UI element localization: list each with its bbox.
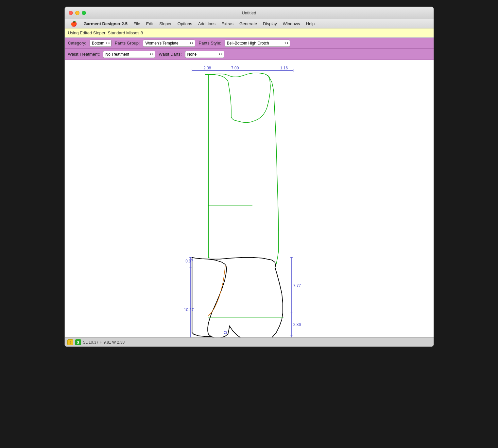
waist-treatment-select-wrapper: No Treatment bbox=[103, 51, 155, 58]
category-select[interactable]: Bottom bbox=[90, 40, 112, 47]
pants-style-label: Pants Style: bbox=[198, 41, 221, 45]
menu-sloper[interactable]: Sloper bbox=[157, 21, 174, 27]
svg-text:7.77: 7.77 bbox=[293, 283, 301, 288]
waist-treatment-select[interactable]: No Treatment bbox=[103, 51, 155, 58]
canvas-area[interactable]: 2.38 7.00 1.16 bbox=[65, 60, 434, 337]
menu-extras[interactable]: Extras bbox=[219, 21, 236, 27]
pants-group-label: Pants Group: bbox=[115, 41, 140, 45]
menu-app-name[interactable]: Garment Designer 2.5 bbox=[81, 21, 130, 27]
pants-style-select[interactable]: Bell-Bottom High Crotch bbox=[225, 40, 290, 47]
controls-row-1: Category: Bottom Pants Group: Women's Te… bbox=[65, 38, 434, 49]
menu-file[interactable]: File bbox=[131, 21, 143, 27]
menu-help[interactable]: Help bbox=[303, 21, 318, 27]
svg-text:2.86: 2.86 bbox=[293, 322, 301, 327]
maximize-button[interactable] bbox=[82, 11, 86, 15]
menu-windows[interactable]: Windows bbox=[280, 21, 303, 27]
waist-treatment-label: Waist Treatment: bbox=[68, 52, 100, 57]
apple-menu[interactable]: 🍎 bbox=[67, 21, 80, 27]
pants-style-select-wrapper: Bell-Bottom High Crotch bbox=[225, 40, 290, 47]
menu-additions[interactable]: Additions bbox=[196, 21, 218, 27]
main-window: Untitled 🍎 Garment Designer 2.5 File Edi… bbox=[64, 7, 434, 347]
statusbar: ! S SL 10.37 H 9.81 W 2.38 bbox=[65, 337, 434, 347]
s-icon: S bbox=[75, 339, 81, 345]
svg-point-8 bbox=[224, 331, 227, 334]
svg-text:2.38: 2.38 bbox=[203, 66, 211, 70]
window-controls bbox=[65, 11, 86, 15]
sloper-info: Using Edited Sloper: Standard Misses 8 bbox=[68, 30, 143, 35]
pants-group-select-wrapper: Women's Template bbox=[143, 40, 195, 47]
sloper-bar: Using Edited Sloper: Standard Misses 8 bbox=[65, 28, 434, 38]
menu-options[interactable]: Options bbox=[175, 21, 195, 27]
close-button[interactable] bbox=[69, 11, 73, 15]
svg-text:7.00: 7.00 bbox=[231, 66, 239, 70]
menu-display[interactable]: Display bbox=[260, 21, 280, 27]
garment-svg: 2.38 7.00 1.16 bbox=[65, 60, 434, 337]
waist-darts-select-wrapper: None bbox=[185, 51, 224, 58]
pants-group-select[interactable]: Women's Template bbox=[143, 40, 195, 47]
category-select-wrapper: Bottom bbox=[90, 40, 112, 47]
svg-text:1.16: 1.16 bbox=[280, 66, 288, 70]
svg-text:0.87: 0.87 bbox=[185, 259, 193, 263]
controls-row-2: Waist Treatment: No Treatment Waist Dart… bbox=[65, 49, 434, 60]
warning-icon: ! bbox=[67, 339, 73, 345]
svg-text:10.27: 10.27 bbox=[184, 308, 194, 312]
window-title: Untitled bbox=[242, 10, 256, 15]
category-label: Category: bbox=[68, 41, 86, 45]
titlebar: Untitled bbox=[65, 7, 434, 19]
minimize-button[interactable] bbox=[75, 11, 79, 15]
menubar: 🍎 Garment Designer 2.5 File Edit Sloper … bbox=[65, 19, 434, 28]
waist-darts-select[interactable]: None bbox=[185, 51, 224, 58]
menu-generate[interactable]: Generate bbox=[237, 21, 260, 27]
waist-darts-label: Waist Darts: bbox=[159, 52, 181, 57]
menu-edit[interactable]: Edit bbox=[144, 21, 156, 27]
status-text: SL 10.37 H 9.81 W 2.38 bbox=[83, 340, 125, 345]
